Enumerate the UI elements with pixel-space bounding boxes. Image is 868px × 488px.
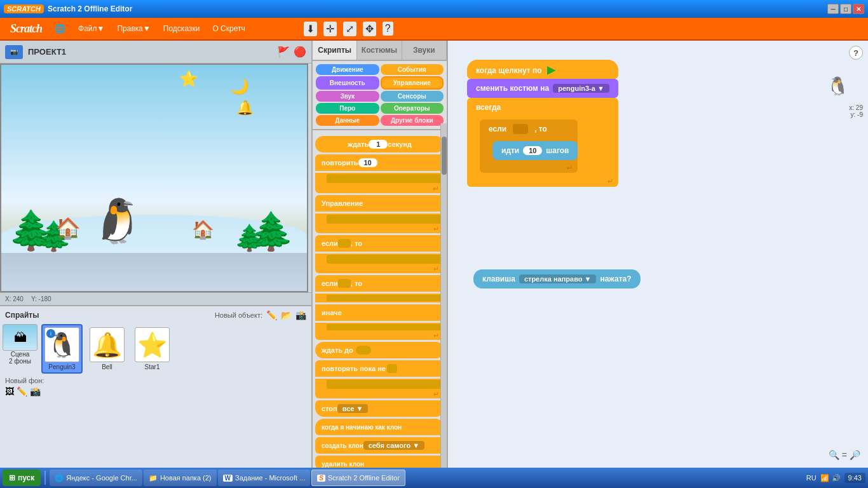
camera-icon[interactable]: ✥ xyxy=(363,22,376,36)
help-icon[interactable]: ? xyxy=(383,22,393,36)
script-change-costume[interactable]: сменить костюм на penguin3-a ▼ xyxy=(467,79,618,98)
house-right: 🏠 xyxy=(192,219,214,240)
windows-icon: ⊞ xyxy=(9,473,15,482)
penguin-sprite: 🐧 xyxy=(90,196,144,247)
script-forever-top[interactable]: всегда xyxy=(467,98,618,117)
stop-button[interactable]: 🔴 xyxy=(294,46,306,58)
language-button[interactable]: 🌐 xyxy=(50,21,71,36)
green-flag-button[interactable]: 🚩 xyxy=(277,46,290,58)
file-menu[interactable]: Файл▼ xyxy=(73,22,109,36)
stage-controls: 🚩 🔴 xyxy=(277,46,306,58)
start-button[interactable]: ⊞ пуск xyxy=(3,470,41,486)
maximize-button[interactable]: □ xyxy=(840,4,851,14)
script-key-pressed[interactable]: клавиша стрелка направо ▼ нажата? xyxy=(473,269,641,288)
sprite-thumbnail-penguin3: 🐧 i xyxy=(44,327,79,362)
start-label: пуск xyxy=(18,473,34,482)
help-button[interactable]: ? xyxy=(849,46,863,60)
category-more[interactable]: Другие блоки xyxy=(381,115,444,126)
titlebar-logo: SCRATCH xyxy=(4,4,44,13)
minimize-button[interactable]: ─ xyxy=(827,4,839,14)
upload-backdrop-icon[interactable]: ✏️ xyxy=(17,386,27,396)
close-button[interactable]: ✕ xyxy=(853,4,864,14)
block-repeat-until[interactable]: повторять пока не ↵ xyxy=(315,360,444,398)
category-pen[interactable]: Перо xyxy=(316,103,379,114)
tab-scripts[interactable]: Скрипты xyxy=(313,41,357,60)
script-forever-bottom: ↵ xyxy=(467,175,618,187)
sprite-item-penguin3[interactable]: 🐧 i Penguin3 xyxy=(41,324,83,374)
scratch-icon: S xyxy=(317,475,325,482)
expand-icon[interactable]: ⤢ xyxy=(343,22,356,36)
scratch-taskbar-label: Scratch 2 Offline Editor xyxy=(328,474,400,482)
edit-menu[interactable]: Правка▼ xyxy=(112,22,155,36)
category-events[interactable]: События xyxy=(381,64,444,75)
scene-thumbnail[interactable]: 🏔 xyxy=(3,324,37,351)
scrollbar-thumb[interactable] xyxy=(442,137,447,175)
category-sensing[interactable]: Сенсоры xyxy=(381,91,444,102)
taskbar-item-word[interactable]: W Задание - Microsoft ... xyxy=(218,470,311,486)
block-repeat[interactable]: повторить 10 ↵ xyxy=(315,154,444,193)
zoom-out-button[interactable]: 🔎 xyxy=(850,450,860,460)
block-if-else[interactable]: если , то иначе ↵ xyxy=(315,275,444,340)
blocks-list: ждать 1 секунд повторить 10 ↵ Управление… xyxy=(313,130,447,468)
menubar: Scratch 🌐 Файл▼ Правка▼ Подсказки О Скре… xyxy=(0,18,868,41)
category-operators[interactable]: Операторы xyxy=(381,103,444,114)
titlebar-title: Scratch 2 Offline Editor xyxy=(48,4,132,13)
sprite-item-bell[interactable]: 🔔 Bell xyxy=(86,324,128,374)
stage-header: 📷 ПРОЕКТ1 🚩 🔴 xyxy=(0,41,311,64)
browser-label: Яндекс - Google Chr... xyxy=(66,474,137,482)
block-forever[interactable]: Управление ↵ xyxy=(315,195,444,233)
category-looks[interactable]: Внешность xyxy=(316,76,379,90)
sprite-thumbnail-star1: ⭐ xyxy=(135,327,170,362)
upload-sprite-icon[interactable]: 📂 xyxy=(281,310,292,320)
category-control[interactable]: Управление xyxy=(381,76,444,90)
category-motion[interactable]: Движение xyxy=(316,64,379,75)
category-data[interactable]: Данные xyxy=(316,115,379,126)
block-stop[interactable]: стоп все ▼ xyxy=(315,400,444,417)
zoom-in-button[interactable]: 🔍 xyxy=(829,450,839,460)
block-wait[interactable]: ждать 1 секунд xyxy=(315,136,444,152)
tab-sounds[interactable]: Звуки xyxy=(402,41,447,60)
paint-backdrop-icon[interactable]: 🖼 xyxy=(5,386,14,396)
scrollbar-track[interactable] xyxy=(440,123,447,468)
upload-icon[interactable]: ⬇ xyxy=(304,22,317,36)
camera-backdrop-icon[interactable]: 📸 xyxy=(30,386,41,396)
sprite-coordinates: x: 29 y: -9 xyxy=(849,104,863,118)
x-coord: X: 240 xyxy=(5,295,24,302)
block-wait-until[interactable]: ждать до xyxy=(315,342,444,358)
camera-sprite-icon[interactable]: 📸 xyxy=(295,310,306,320)
block-if[interactable]: если , то ↵ xyxy=(315,235,444,273)
sprite-name-star1: Star1 xyxy=(145,363,160,370)
hints-menu[interactable]: Подсказки xyxy=(158,22,205,36)
tabs: Скрипты Костюмы Звуки xyxy=(313,41,447,61)
road xyxy=(1,253,307,291)
script-if-top[interactable]: если , то xyxy=(480,119,578,139)
scratch-logo: Scratch xyxy=(5,22,47,36)
folder-label: Новая папка (2) xyxy=(160,474,212,482)
tab-costumes[interactable]: Костюмы xyxy=(357,41,402,60)
main-area: 📷 ПРОЕКТ1 🚩 🔴 🌲 🌲 🌲 🌲 🏠 🏠 🌙 ⭐ 🔔 🐧 xyxy=(0,41,868,468)
block-create-clone[interactable]: создать клон себя самого ▼ xyxy=(315,437,444,454)
project-name: ПРОЕКТ1 xyxy=(28,47,66,57)
paint-sprite-icon[interactable]: ✏️ xyxy=(266,310,277,320)
zoom-fit-button[interactable]: = xyxy=(842,450,847,460)
category-sound[interactable]: Звук xyxy=(316,91,379,102)
new-backdrop-label: Новый фон: xyxy=(5,377,44,384)
stage-canvas: 🌲 🌲 🌲 🌲 🏠 🏠 🌙 ⭐ 🔔 🐧 xyxy=(0,64,308,292)
block-delete-clone[interactable]: удалить клон xyxy=(315,456,444,468)
fullscreen-icon[interactable]: ✛ xyxy=(323,22,337,36)
folder-icon: 📁 xyxy=(149,474,158,482)
script-if-arm: если , то идти 10 шагов ↵ xyxy=(467,117,618,175)
sprite-item-star1[interactable]: ⭐ Star1 xyxy=(132,324,173,374)
about-menu[interactable]: О Скретч xyxy=(207,22,250,36)
stage-coords: X: 240 Y: -180 xyxy=(0,292,311,305)
script-move-steps[interactable]: идти 10 шагов xyxy=(492,141,578,160)
block-clone-start[interactable]: когда я начинаю как клон xyxy=(315,419,444,435)
taskbar-item-browser[interactable]: 🌐 Яндекс - Google Chr... xyxy=(50,470,142,486)
language-indicator: RU xyxy=(806,474,817,482)
taskbar-item-scratch[interactable]: S Scratch 2 Offline Editor xyxy=(311,470,405,486)
taskbar-item-folder[interactable]: 📁 Новая папка (2) xyxy=(144,470,217,486)
script-when-flag[interactable]: когда щелкнут по xyxy=(467,60,618,79)
scene-item[interactable]: 🏔 Сцена2 фоны xyxy=(3,324,37,365)
sprite-name-penguin3: Penguin3 xyxy=(48,363,75,370)
taskbar-divider xyxy=(44,471,46,485)
